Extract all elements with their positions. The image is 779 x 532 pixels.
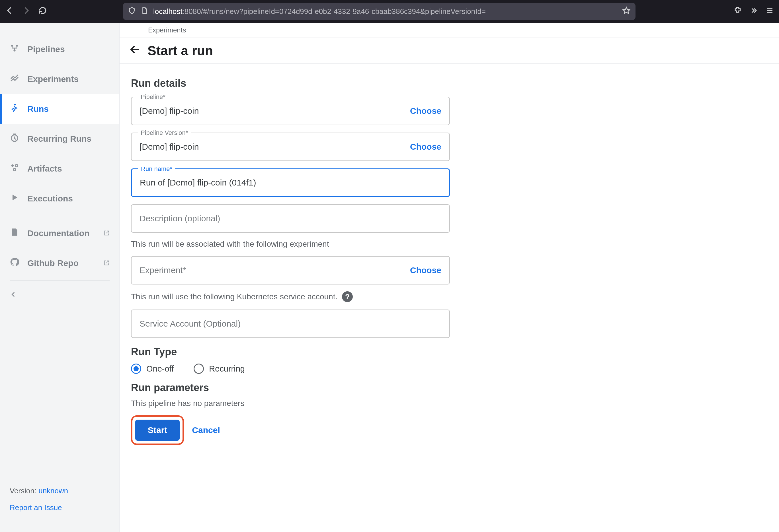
browser-chrome: localhost:8080/#/runs/new?pipelineId=072… bbox=[0, 0, 779, 23]
field-label: Pipeline* bbox=[138, 93, 168, 101]
url-bar[interactable]: localhost:8080/#/runs/new?pipelineId=072… bbox=[123, 3, 636, 20]
pipeline-version-value: [Demo] flip-coin bbox=[139, 142, 410, 152]
sidebar-item-experiments[interactable]: Experiments bbox=[0, 64, 119, 94]
nav-back-icon[interactable] bbox=[5, 6, 14, 17]
nav-reload-icon[interactable] bbox=[38, 6, 47, 17]
experiments-icon bbox=[10, 73, 19, 85]
documentation-icon bbox=[10, 227, 19, 239]
version-label: Version: unknown bbox=[10, 486, 110, 495]
radio-recurring[interactable]: Recurring bbox=[194, 363, 245, 374]
experiment-field[interactable]: Experiment* Choose bbox=[131, 256, 450, 284]
sidebar-item-github[interactable]: Github Repo bbox=[0, 248, 119, 278]
external-link-icon bbox=[103, 258, 110, 268]
run-parameters-heading: Run parameters bbox=[131, 382, 450, 394]
sidebar-item-label: Pipelines bbox=[27, 44, 65, 54]
sidebar-item-label: Documentation bbox=[27, 228, 89, 238]
choose-pipeline-button[interactable]: Choose bbox=[410, 106, 441, 116]
github-icon bbox=[10, 257, 19, 269]
radio-label: Recurring bbox=[209, 364, 245, 374]
radio-one-off[interactable]: One-off bbox=[131, 363, 174, 374]
svg-point-7 bbox=[14, 104, 16, 106]
svg-point-10 bbox=[15, 164, 18, 167]
description-field[interactable]: Description (optional) bbox=[131, 204, 450, 233]
sidebar-item-label: Github Repo bbox=[27, 258, 78, 268]
sidebar-item-runs[interactable]: Runs bbox=[0, 94, 119, 124]
svg-point-11 bbox=[13, 169, 16, 171]
pipeline-version-field[interactable]: Pipeline Version* [Demo] flip-coin Choos… bbox=[131, 133, 450, 161]
sidebar-separator bbox=[10, 280, 110, 280]
choose-pipeline-version-button[interactable]: Choose bbox=[410, 142, 441, 152]
run-type-heading: Run Type bbox=[131, 346, 450, 358]
sidebar-item-pipelines[interactable]: Pipelines bbox=[0, 34, 119, 64]
artifacts-icon bbox=[10, 163, 19, 175]
sidebar-item-label: Experiments bbox=[27, 74, 78, 84]
external-link-icon bbox=[103, 228, 110, 238]
service-account-hint: This run will use the following Kubernet… bbox=[131, 291, 450, 302]
sidebar-item-documentation[interactable]: Documentation bbox=[0, 218, 119, 248]
breadcrumb[interactable]: Experiments bbox=[120, 23, 779, 38]
help-icon[interactable]: ? bbox=[342, 291, 353, 302]
svg-point-5 bbox=[16, 45, 18, 47]
field-label: Run name* bbox=[138, 165, 175, 173]
description-placeholder: Description (optional) bbox=[139, 214, 441, 223]
svg-point-4 bbox=[11, 45, 13, 47]
service-account-field[interactable]: Service Account (Optional) bbox=[131, 310, 450, 338]
overflow-icon[interactable] bbox=[750, 6, 758, 17]
recurring-runs-icon bbox=[10, 133, 19, 144]
cancel-button[interactable]: Cancel bbox=[192, 425, 220, 435]
runs-icon bbox=[10, 103, 19, 115]
svg-marker-0 bbox=[623, 7, 630, 13]
main-content: Experiments Start a run Run details Pipe… bbox=[120, 23, 779, 532]
field-label: Pipeline Version* bbox=[138, 129, 191, 137]
svg-point-9 bbox=[11, 164, 14, 167]
experiment-placeholder: Experiment* bbox=[139, 265, 410, 275]
pipeline-value: [Demo] flip-coin bbox=[139, 106, 410, 116]
sidebar-item-artifacts[interactable]: Artifacts bbox=[0, 154, 119, 184]
extensions-icon[interactable] bbox=[733, 6, 742, 17]
radio-icon bbox=[131, 363, 141, 374]
hamburger-menu-icon[interactable] bbox=[765, 6, 774, 17]
pipeline-field[interactable]: Pipeline* [Demo] flip-coin Choose bbox=[131, 97, 450, 125]
executions-icon bbox=[10, 193, 19, 204]
no-parameters-text: This pipeline has no parameters bbox=[131, 399, 450, 408]
bookmark-icon[interactable] bbox=[622, 7, 631, 16]
nav-forward-icon bbox=[22, 6, 31, 17]
sidebar-item-label: Artifacts bbox=[27, 164, 62, 174]
page-icon bbox=[141, 7, 148, 16]
choose-experiment-button[interactable]: Choose bbox=[410, 265, 441, 275]
sidebar-separator bbox=[10, 216, 110, 216]
pipelines-icon bbox=[10, 43, 19, 55]
back-arrow-icon[interactable] bbox=[129, 43, 141, 58]
sidebar-item-label: Runs bbox=[27, 104, 49, 114]
service-account-placeholder: Service Account (Optional) bbox=[139, 319, 441, 329]
version-link[interactable]: unknown bbox=[39, 486, 68, 495]
start-button-highlight: Start bbox=[131, 415, 184, 445]
run-name-input[interactable]: Run of [Demo] flip-coin (014f1) bbox=[140, 178, 441, 188]
run-details-heading: Run details bbox=[131, 77, 450, 89]
sidebar-item-executions[interactable]: Executions bbox=[0, 184, 119, 213]
page-title: Start a run bbox=[147, 43, 213, 58]
report-issue-link[interactable]: Report an Issue bbox=[10, 503, 62, 512]
sidebar-item-label: Executions bbox=[27, 194, 73, 203]
shield-icon bbox=[128, 7, 135, 16]
start-button[interactable]: Start bbox=[135, 420, 180, 441]
svg-point-6 bbox=[13, 50, 15, 52]
url-text: localhost:8080/#/runs/new?pipelineId=072… bbox=[153, 7, 486, 16]
collapse-sidebar-button[interactable] bbox=[0, 283, 119, 308]
radio-icon bbox=[194, 363, 204, 374]
radio-label: One-off bbox=[146, 364, 174, 374]
sidebar-item-recurring-runs[interactable]: Recurring Runs bbox=[0, 124, 119, 154]
run-name-field[interactable]: Run name* Run of [Demo] flip-coin (014f1… bbox=[131, 169, 450, 197]
svg-marker-12 bbox=[12, 195, 17, 200]
sidebar: Pipelines Experiments Runs Recurring Run… bbox=[0, 23, 120, 532]
experiment-hint: This run will be associated with the fol… bbox=[131, 240, 450, 249]
sidebar-item-label: Recurring Runs bbox=[27, 134, 92, 144]
